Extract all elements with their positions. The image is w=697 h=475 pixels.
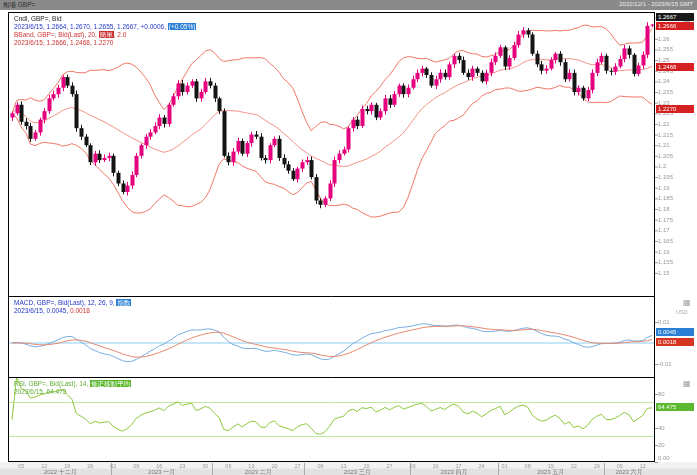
time-axis-day-label: 23: [179, 463, 185, 469]
main-chart-legend: Cndl, GBP=, Bid 2023/6/15, 1.2664, 1.267…: [14, 15, 196, 47]
rsi-axis-label: 20: [658, 442, 665, 448]
time-axis-month-label: 2022 十二月: [44, 469, 77, 475]
time-axis-day-label: 16: [156, 463, 162, 469]
time-axis-day-label: 30: [202, 463, 208, 469]
bb-middle-badge: 1.2468: [656, 63, 694, 71]
macd-axis-label: 0.01: [658, 319, 670, 325]
price-axis-label: 1.185: [658, 195, 673, 201]
time-axis-day-label: 02: [110, 463, 116, 469]
price-axis-label: 1.205: [658, 153, 673, 159]
time-axis-day-label: 01: [502, 463, 508, 469]
time-axis-day-label: 05: [617, 463, 623, 469]
time-axis-month-label: 2023 一月: [148, 469, 175, 475]
time-axis-month-label: 2023 六月: [615, 469, 642, 475]
rsi-badge: 64.475: [656, 403, 694, 411]
time-axis-day-label: 09: [133, 463, 139, 469]
time-axis-day-label: 08: [525, 463, 531, 469]
macd-series-label: MACD, GBP=, Bid(Last), 12, 26, 9, 指数: [14, 299, 131, 307]
macd-axis-unit-label: USD: [676, 309, 688, 315]
time-axis-day-label: 19: [64, 463, 70, 469]
time-axis-day-label: 03: [410, 463, 416, 469]
time-axis-month-label: 2023 五月: [537, 469, 564, 475]
price-axis-label: 1.21: [658, 142, 670, 148]
price-axis-label: 1.155: [658, 259, 673, 265]
rsi-axis-label: 80: [658, 391, 665, 397]
price-axis-label: 1.19: [658, 185, 670, 191]
time-axis-day-label: 06: [225, 463, 231, 469]
main-chart-panel[interactable]: [8, 12, 655, 296]
last-price-badge: 1.2667: [656, 13, 694, 21]
macd-values-label: 2023/6/15, 0.0045, 0.0018: [14, 307, 131, 315]
price-axis-label: 1.2: [658, 163, 666, 169]
rsi-axis-label: 0.00: [658, 455, 670, 461]
time-axis-day-label: 10: [433, 463, 439, 469]
candle-values-label: 2023/6/15, 1.2664, 1.2670, 1.2655, 1.266…: [14, 23, 196, 31]
bband-type-badge: 簡単: [99, 31, 114, 38]
price-axis-label: 1.235: [658, 89, 673, 95]
bb-lower-badge: 1.2270: [656, 105, 694, 113]
time-axis-day-label: 29: [594, 463, 600, 469]
bband-values-label: 2023/6/15, 1.2666, 1.2468, 1.2270: [14, 39, 196, 47]
price-axis-label: 1.16: [658, 249, 670, 255]
price-axis-label: 1.195: [658, 174, 673, 180]
time-axis-day-label: 27: [386, 463, 392, 469]
macd-badge: 0.0045: [656, 328, 694, 336]
price-axis-label: 1.175: [658, 217, 673, 223]
time-axis-day-label: 05: [18, 463, 24, 469]
time-axis-month-label: 2023 四月: [440, 469, 467, 475]
price-axis-label: 1.215: [658, 132, 673, 138]
price-axis-label: 1.24: [658, 78, 670, 84]
macd-signal-badge: 0.0018: [656, 338, 694, 346]
macd-type-badge: 指数: [116, 299, 131, 306]
rsi-type-badge: 修正移動平均: [90, 380, 131, 387]
bband-series-label: BBand, GBP=, Bid(Last), 20, 簡単, 2.0: [14, 31, 196, 39]
time-axis-day-label: 20: [271, 463, 277, 469]
price-axis-label: 1.15: [658, 270, 670, 276]
macd-axis-label: -0.01: [658, 361, 672, 367]
price-axis-label: 1.22: [658, 121, 670, 127]
rsi-values-label: 2023/6/15, 64.475: [14, 388, 131, 396]
time-axis-day-label: 12: [640, 463, 646, 469]
macd-panel-menu-icon[interactable]: ▦: [683, 299, 691, 307]
time-axis-day-label: 26: [87, 463, 93, 469]
price-axis-label: 1.18: [658, 206, 670, 212]
price-axis-label: 1.26: [658, 36, 670, 42]
rsi-panel-menu-icon[interactable]: ▦: [683, 380, 691, 388]
time-axis-day-label: 15: [548, 463, 554, 469]
rsi-legend: RSI, GBP=, Bid(Last), 14, 修正移動平均 2023/6/…: [14, 380, 131, 396]
rsi-axis-label: 40: [658, 425, 665, 431]
time-axis-month-label: 2023 三月: [344, 469, 371, 475]
price-axis-label: 1.255: [658, 46, 673, 52]
time-axis-day-label: 24: [479, 463, 485, 469]
bb-upper-badge: 1.2666: [656, 22, 694, 30]
time-axis-day-label: 22: [571, 463, 577, 469]
change-percent-badge: (+0.05%): [168, 23, 197, 30]
candle-series-label: Cndl, GBP=, Bid: [14, 15, 196, 23]
time-axis-day-label: 27: [294, 463, 300, 469]
time-axis-day-label: 13: [248, 463, 254, 469]
price-axis-label: 1.165: [658, 238, 673, 244]
time-axis-day-label: 12: [41, 463, 47, 469]
time-axis-day-label: 17: [456, 463, 462, 469]
time-axis-day-label: 06: [317, 463, 323, 469]
time-axis-day-label: 13: [340, 463, 346, 469]
chart-window: { "topbar": { "title_left": "相場 GBP=", "…: [0, 0, 697, 475]
time-axis-day-label: 20: [363, 463, 369, 469]
macd-legend: MACD, GBP=, Bid(Last), 12, 26, 9, 指数 202…: [14, 299, 131, 315]
time-axis-month-label: 2023 二月: [245, 469, 272, 475]
window-title: 相場 GBP=: [3, 1, 35, 10]
window-titlebar: 相場 GBP= 2022/12/1 - 2023/6/15 GMT: [0, 0, 697, 10]
rsi-series-label: RSI, GBP=, Bid(Last), 14, 修正移動平均: [14, 380, 131, 388]
price-axis-label: 1.17: [658, 227, 670, 233]
date-range-label: 2022/12/1 - 2023/6/15 GMT: [619, 1, 693, 7]
